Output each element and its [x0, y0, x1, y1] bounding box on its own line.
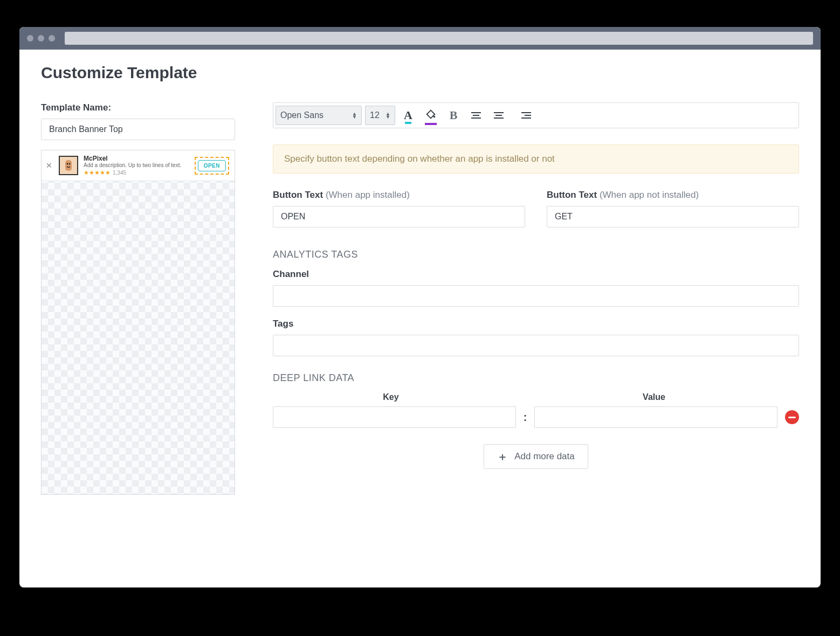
font-family-value: Open Sans: [280, 110, 323, 120]
template-name-input[interactable]: [41, 119, 235, 140]
left-column: Template Name: ✕ McPixel Add a descripti…: [41, 102, 235, 495]
font-size-select[interactable]: 12 ▲▼: [365, 106, 395, 125]
window-titlebar: [19, 27, 821, 50]
tags-input[interactable]: [273, 335, 799, 356]
banner-rating: ★★★★★1,345: [84, 169, 189, 176]
banner-cta-button[interactable]: OPEN: [198, 160, 226, 171]
deeplink-key-input[interactable]: [273, 406, 516, 428]
align-left-icon: [471, 112, 481, 119]
minus-icon: [788, 417, 796, 418]
key-column-header: Key: [273, 392, 509, 402]
add-more-label: Add more data: [514, 451, 575, 462]
svg-point-3: [433, 115, 436, 117]
btn-installed-label: Button Text (When app installed): [273, 190, 525, 201]
fill-color-button[interactable]: [421, 106, 440, 125]
window-max-dot[interactable]: [49, 35, 55, 42]
svg-point-1: [67, 163, 68, 165]
banner-preview: ✕ McPixel Add a description. Up to two l…: [41, 150, 235, 495]
preview-banner: ✕ McPixel Add a description. Up to two l…: [42, 150, 235, 181]
select-caret-icon: ▲▼: [385, 112, 390, 119]
window-min-dot[interactable]: [38, 35, 44, 42]
banner-rating-count: 1,345: [113, 170, 126, 176]
banner-close-icon[interactable]: ✕: [45, 161, 53, 170]
text-toolbar: Open Sans ▲▼ 12 ▲▼ A: [273, 102, 799, 128]
bold-button[interactable]: B: [444, 106, 463, 125]
font-family-select[interactable]: Open Sans ▲▼: [276, 106, 362, 125]
btn-notinstalled-label: Button Text (When app not installed): [547, 190, 799, 201]
select-caret-icon: ▲▼: [352, 112, 357, 119]
deeplink-heading: DEEP LINK DATA: [273, 372, 799, 384]
channel-label: Channel: [273, 269, 799, 280]
banner-description: Add a description. Up to two lines of te…: [84, 162, 189, 168]
btn-installed-input[interactable]: [273, 206, 525, 227]
svg-point-2: [69, 163, 71, 165]
address-bar[interactable]: [65, 32, 813, 45]
value-column-header: Value: [536, 392, 772, 402]
right-column: Open Sans ▲▼ 12 ▲▼ A: [273, 102, 799, 469]
analytics-heading: ANALYTICS TAGS: [273, 249, 799, 260]
btn-notinstalled-input[interactable]: [547, 206, 799, 227]
align-center-icon: [494, 112, 504, 119]
app-window: Customize Template Template Name: ✕ McPi…: [19, 27, 821, 587]
align-right-icon: [512, 112, 531, 119]
template-name-label: Template Name:: [41, 102, 235, 113]
tags-label: Tags: [273, 319, 799, 329]
page-title: Customize Template: [41, 64, 799, 82]
window-close-dot[interactable]: [27, 35, 33, 42]
svg-rect-0: [65, 160, 72, 171]
paint-bucket-icon: [425, 108, 437, 120]
text-color-button[interactable]: A: [398, 106, 418, 125]
align-center-button[interactable]: [489, 106, 508, 125]
font-size-value: 12: [370, 110, 380, 120]
banner-app-icon: [59, 156, 78, 175]
info-banner: Specify button text depending on whether…: [273, 144, 799, 174]
page-content: Customize Template Template Name: ✕ McPi…: [19, 50, 821, 587]
kv-separator: :: [524, 411, 527, 424]
deeplink-row: :: [273, 406, 799, 428]
banner-cta-highlight: OPEN: [195, 157, 229, 175]
deeplink-value-input[interactable]: [534, 406, 777, 428]
align-right-button[interactable]: [512, 106, 531, 125]
add-more-data-button[interactable]: ＋ Add more data: [484, 444, 588, 469]
plus-icon: ＋: [497, 450, 508, 464]
banner-app-name: McPixel: [84, 155, 189, 162]
delete-row-button[interactable]: [785, 410, 799, 424]
align-left-button[interactable]: [466, 106, 486, 125]
channel-input[interactable]: [273, 285, 799, 307]
